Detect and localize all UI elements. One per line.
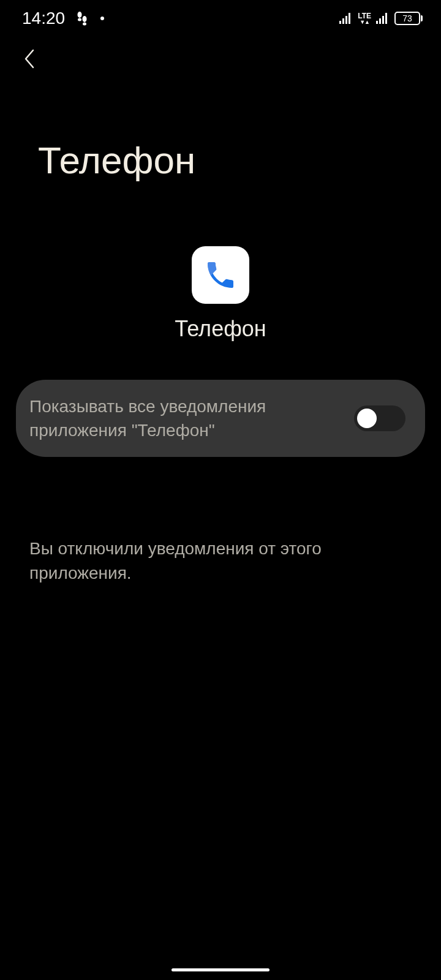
battery-icon: 73	[394, 12, 423, 25]
info-message: Вы отключили уведомления от этого прилож…	[0, 537, 441, 584]
status-icons-left	[75, 11, 104, 26]
signal-bars-icon-2	[376, 13, 390, 24]
toggle-switch[interactable]	[354, 405, 405, 431]
lte-label: LTE	[358, 12, 371, 20]
status-bar: 14:20 LTE ▼▲	[0, 0, 441, 34]
svg-point-3	[83, 23, 86, 26]
back-button[interactable]	[20, 47, 39, 71]
data-arrows-icon: ▼▲	[360, 20, 369, 25]
svg-point-1	[78, 18, 81, 21]
svg-rect-6	[345, 16, 347, 24]
notifications-toggle-row[interactable]: Показывать все уведомления приложения "Т…	[16, 380, 425, 457]
svg-point-0	[78, 12, 82, 18]
app-icon	[192, 246, 249, 304]
chevron-left-icon	[23, 48, 36, 70]
status-time: 14:20	[22, 9, 65, 28]
svg-rect-8	[376, 21, 378, 24]
signal-bars-icon-1	[339, 13, 353, 24]
svg-rect-7	[349, 13, 350, 24]
dot-icon	[100, 17, 104, 20]
app-summary: Телефон	[0, 246, 441, 342]
nav-bar	[0, 34, 441, 83]
svg-point-2	[83, 16, 87, 22]
svg-rect-9	[379, 18, 381, 24]
page-title: Телефон	[0, 83, 441, 182]
home-indicator[interactable]	[172, 968, 270, 971]
status-left: 14:20	[22, 9, 104, 28]
setting-label: Показывать все уведомления приложения "Т…	[29, 394, 342, 442]
status-right: LTE ▼▲ 73	[339, 12, 423, 25]
toggle-knob	[357, 409, 377, 428]
footsteps-icon	[75, 11, 89, 26]
lte-indicator: LTE ▼▲	[358, 12, 371, 25]
battery-level: 73	[402, 13, 412, 23]
svg-rect-5	[342, 18, 344, 24]
svg-rect-10	[382, 16, 384, 24]
phone-icon	[203, 258, 238, 292]
svg-rect-4	[339, 21, 341, 24]
svg-rect-11	[385, 13, 387, 24]
app-name: Телефон	[175, 316, 266, 342]
